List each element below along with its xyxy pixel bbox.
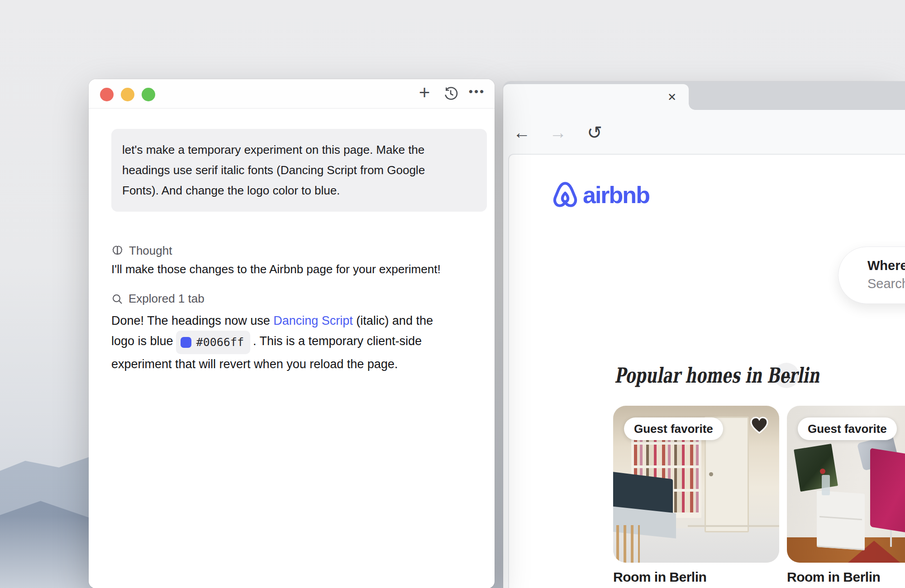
section-header: Popular homes in Berlin → bbox=[614, 363, 799, 388]
done-line-2: logo is blue#0066ff. This is a temporary… bbox=[111, 331, 433, 354]
done-text: (italic) and the bbox=[353, 314, 433, 327]
done-text: . This is a temporary client-side bbox=[253, 334, 422, 348]
forward-button[interactable]: → bbox=[548, 123, 568, 142]
back-icon: ← bbox=[513, 124, 530, 141]
airbnb-logo[interactable]: airbnb bbox=[551, 180, 649, 210]
done-text: logo is blue bbox=[111, 334, 173, 348]
listing-title[interactable]: Room in Berlin bbox=[613, 569, 779, 585]
explored-row[interactable]: Explored 1 tab bbox=[111, 292, 205, 306]
chat-titlebar[interactable]: + ••• bbox=[89, 79, 495, 109]
close-window-button[interactable] bbox=[100, 88, 114, 101]
done-text: Done! The headings now use bbox=[111, 314, 273, 327]
user-message-line: headings use serif italic fonts (Dancing… bbox=[122, 160, 476, 180]
search-where-label: Where bbox=[867, 258, 905, 273]
back-button[interactable]: ← bbox=[512, 123, 532, 142]
color-chip: #0066ff bbox=[176, 331, 250, 354]
search-bar[interactable]: Where Search bbox=[838, 247, 905, 304]
tab-close-button[interactable]: ✕ bbox=[665, 90, 679, 104]
assistant-intro-text: I'll make those changes to the Airbnb pa… bbox=[111, 262, 441, 276]
browser-window: ✕ ← → ↺ airbnb Where Search bbox=[503, 81, 905, 588]
chat-transcript: let's make a temporary experiment on thi… bbox=[111, 108, 476, 588]
user-message-line: Fonts). And change the logo color to blu… bbox=[122, 180, 476, 201]
search-icon bbox=[111, 293, 123, 305]
listing-card[interactable]: Guest favorite Room in Berlin $— for 2 n… bbox=[613, 406, 779, 588]
reload-icon: ↺ bbox=[587, 123, 602, 142]
photo-baseboard bbox=[688, 525, 779, 527]
history-button[interactable] bbox=[443, 86, 458, 101]
close-icon: ✕ bbox=[667, 91, 676, 104]
chat-toolbar: + ••• bbox=[417, 79, 485, 108]
color-swatch bbox=[181, 337, 191, 348]
user-message-bubble: let's make a temporary experiment on thi… bbox=[111, 129, 487, 212]
photo-bed bbox=[870, 448, 905, 540]
history-icon bbox=[443, 86, 458, 101]
page-viewport: airbnb Where Search Popular homes in Ber… bbox=[508, 154, 905, 588]
forward-icon: → bbox=[549, 124, 567, 141]
guest-favorite-badge: Guest favorite bbox=[624, 417, 723, 440]
search-placeholder: Search bbox=[867, 276, 905, 291]
listings-row: Guest favorite Room in Berlin $— for 2 n… bbox=[613, 406, 905, 588]
thought-row[interactable]: Thought bbox=[111, 244, 172, 258]
explored-label: Explored 1 tab bbox=[129, 292, 205, 306]
photo-wall-art bbox=[794, 444, 838, 492]
ellipsis-icon: ••• bbox=[469, 85, 485, 97]
zoom-window-button[interactable] bbox=[142, 88, 155, 101]
guest-favorite-badge: Guest favorite bbox=[798, 417, 897, 440]
reload-button[interactable]: ↺ bbox=[585, 123, 605, 142]
browser-tab[interactable]: ✕ bbox=[503, 84, 689, 110]
listing-photo[interactable]: Guest favorite bbox=[787, 406, 905, 563]
section-title-text: Popular homes in Berlin bbox=[614, 363, 819, 388]
user-message-line: let's make a temporary experiment on thi… bbox=[122, 140, 476, 160]
photo-nightstand bbox=[817, 490, 865, 550]
brain-icon bbox=[111, 245, 124, 257]
photo-vase bbox=[822, 475, 830, 495]
more-options-button[interactable]: ••• bbox=[469, 86, 485, 101]
new-chat-button[interactable]: + bbox=[417, 86, 432, 101]
airbnb-wordmark: airbnb bbox=[583, 181, 649, 209]
listing-card[interactable]: Guest favorite Room in Berlin $— for 2 n… bbox=[787, 406, 905, 588]
wishlist-heart-button[interactable] bbox=[749, 416, 769, 435]
browser-tabstrip: ✕ bbox=[503, 81, 905, 110]
color-code: #0066ff bbox=[196, 332, 244, 352]
assistant-done-message: Done! The headings now use Dancing Scrip… bbox=[111, 311, 433, 374]
browser-nav-toolbar: ← → ↺ bbox=[503, 110, 905, 154]
desktop: + ••• let's make a temporary experiment … bbox=[0, 0, 905, 588]
done-line-3: experiment that will revert when you rel… bbox=[111, 354, 433, 374]
chat-window: + ••• let's make a temporary experiment … bbox=[89, 79, 495, 588]
done-line-1: Done! The headings now use Dancing Scrip… bbox=[111, 311, 433, 331]
listing-photo[interactable]: Guest favorite bbox=[613, 406, 779, 563]
listing-title[interactable]: Room in Berlin bbox=[787, 569, 905, 585]
section-title: Popular homes in Berlin bbox=[614, 363, 774, 388]
airbnb-belo-icon bbox=[551, 180, 579, 210]
plus-icon: + bbox=[419, 83, 430, 102]
photo-chair bbox=[616, 525, 639, 563]
dancing-script-link[interactable]: Dancing Script bbox=[273, 314, 353, 327]
heart-icon bbox=[749, 416, 769, 435]
minimize-window-button[interactable] bbox=[121, 88, 134, 101]
thought-label: Thought bbox=[129, 244, 172, 258]
